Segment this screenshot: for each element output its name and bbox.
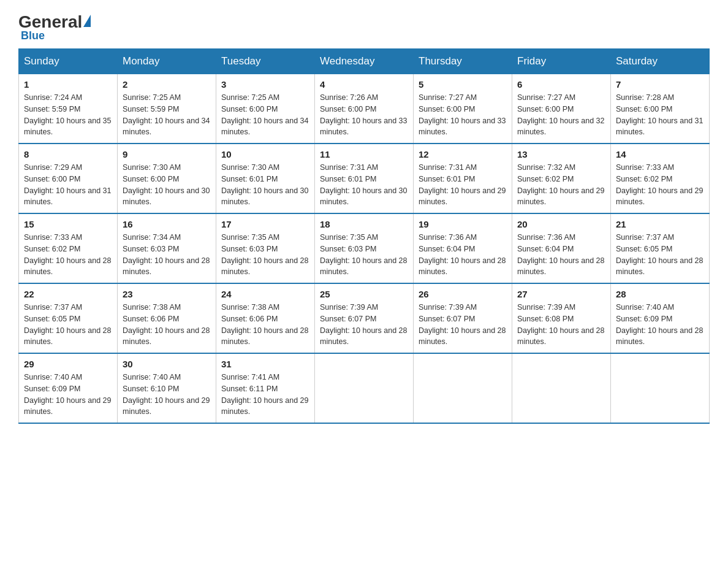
calendar-day-cell: 10Sunrise: 7:30 AMSunset: 6:01 PMDayligh… xyxy=(216,144,315,213)
day-number: 8 xyxy=(24,149,112,159)
day-number: 28 xyxy=(616,289,704,299)
day-info: Sunrise: 7:25 AMSunset: 6:00 PMDaylight:… xyxy=(221,92,309,138)
weekday-header-tuesday: Tuesday xyxy=(216,49,315,74)
day-number: 19 xyxy=(419,219,507,229)
weekday-header-row: SundayMondayTuesdayWednesdayThursdayFrid… xyxy=(19,49,710,74)
day-info: Sunrise: 7:36 AMSunset: 6:04 PMDaylight:… xyxy=(419,232,507,278)
logo-triangle-icon xyxy=(83,15,91,27)
day-number: 17 xyxy=(221,219,309,229)
calendar-day-cell: 16Sunrise: 7:34 AMSunset: 6:03 PMDayligh… xyxy=(118,213,216,283)
calendar-day-cell: 29Sunrise: 7:40 AMSunset: 6:09 PMDayligh… xyxy=(19,353,118,423)
calendar-day-cell: 5Sunrise: 7:27 AMSunset: 6:00 PMDaylight… xyxy=(414,74,512,144)
day-info: Sunrise: 7:35 AMSunset: 6:03 PMDaylight:… xyxy=(221,232,309,278)
day-info: Sunrise: 7:28 AMSunset: 6:00 PMDaylight:… xyxy=(616,92,704,138)
calendar-day-cell: 14Sunrise: 7:33 AMSunset: 6:02 PMDayligh… xyxy=(611,144,710,213)
day-number: 18 xyxy=(320,219,408,229)
day-number: 24 xyxy=(221,289,309,299)
calendar-day-cell: 23Sunrise: 7:38 AMSunset: 6:06 PMDayligh… xyxy=(118,283,216,353)
day-info: Sunrise: 7:39 AMSunset: 6:07 PMDaylight:… xyxy=(419,302,507,348)
calendar-week-row: 22Sunrise: 7:37 AMSunset: 6:05 PMDayligh… xyxy=(19,283,710,353)
calendar-day-cell: 22Sunrise: 7:37 AMSunset: 6:05 PMDayligh… xyxy=(19,283,118,353)
calendar-day-cell: 30Sunrise: 7:40 AMSunset: 6:10 PMDayligh… xyxy=(118,353,216,423)
day-info: Sunrise: 7:40 AMSunset: 6:09 PMDaylight:… xyxy=(24,372,112,418)
calendar-week-row: 1Sunrise: 7:24 AMSunset: 5:59 PMDaylight… xyxy=(19,74,710,144)
day-number: 11 xyxy=(320,149,408,159)
calendar-day-cell xyxy=(611,353,710,423)
logo: General Blue xyxy=(18,12,91,42)
calendar-day-cell: 1Sunrise: 7:24 AMSunset: 5:59 PMDaylight… xyxy=(19,74,118,144)
day-number: 16 xyxy=(123,219,211,229)
day-info: Sunrise: 7:36 AMSunset: 6:04 PMDaylight:… xyxy=(517,232,605,278)
day-info: Sunrise: 7:31 AMSunset: 6:01 PMDaylight:… xyxy=(419,162,507,208)
day-number: 25 xyxy=(320,289,408,299)
day-info: Sunrise: 7:31 AMSunset: 6:01 PMDaylight:… xyxy=(320,162,408,208)
day-info: Sunrise: 7:35 AMSunset: 6:03 PMDaylight:… xyxy=(320,232,408,278)
day-number: 4 xyxy=(320,79,408,90)
logo-blue-text: Blue xyxy=(21,29,45,42)
day-number: 13 xyxy=(517,149,605,159)
page-header: General Blue xyxy=(18,12,710,42)
day-number: 27 xyxy=(517,289,605,299)
calendar-day-cell: 7Sunrise: 7:28 AMSunset: 6:00 PMDaylight… xyxy=(611,74,710,144)
day-info: Sunrise: 7:30 AMSunset: 6:00 PMDaylight:… xyxy=(123,162,211,208)
calendar-day-cell: 21Sunrise: 7:37 AMSunset: 6:05 PMDayligh… xyxy=(611,213,710,283)
day-number: 21 xyxy=(616,219,704,229)
day-number: 7 xyxy=(616,79,704,90)
weekday-header-monday: Monday xyxy=(118,49,216,74)
day-number: 15 xyxy=(24,219,112,229)
calendar-day-cell: 8Sunrise: 7:29 AMSunset: 6:00 PMDaylight… xyxy=(19,144,118,213)
day-number: 10 xyxy=(221,149,309,159)
day-info: Sunrise: 7:29 AMSunset: 6:00 PMDaylight:… xyxy=(24,162,112,208)
day-number: 3 xyxy=(221,79,309,90)
day-number: 2 xyxy=(123,79,211,90)
calendar-day-cell xyxy=(414,353,512,423)
calendar-week-row: 15Sunrise: 7:33 AMSunset: 6:02 PMDayligh… xyxy=(19,213,710,283)
calendar-day-cell: 4Sunrise: 7:26 AMSunset: 6:00 PMDaylight… xyxy=(315,74,414,144)
weekday-header-saturday: Saturday xyxy=(611,49,710,74)
calendar-day-cell: 28Sunrise: 7:40 AMSunset: 6:09 PMDayligh… xyxy=(611,283,710,353)
day-info: Sunrise: 7:37 AMSunset: 6:05 PMDaylight:… xyxy=(24,302,112,348)
day-info: Sunrise: 7:33 AMSunset: 6:02 PMDaylight:… xyxy=(24,232,112,278)
weekday-header-thursday: Thursday xyxy=(414,49,512,74)
calendar-day-cell: 26Sunrise: 7:39 AMSunset: 6:07 PMDayligh… xyxy=(414,283,512,353)
calendar-table: SundayMondayTuesdayWednesdayThursdayFrid… xyxy=(18,48,710,424)
day-info: Sunrise: 7:41 AMSunset: 6:11 PMDaylight:… xyxy=(221,372,309,418)
day-info: Sunrise: 7:27 AMSunset: 6:00 PMDaylight:… xyxy=(517,92,605,138)
calendar-day-cell: 19Sunrise: 7:36 AMSunset: 6:04 PMDayligh… xyxy=(414,213,512,283)
day-number: 14 xyxy=(616,149,704,159)
day-info: Sunrise: 7:27 AMSunset: 6:00 PMDaylight:… xyxy=(419,92,507,138)
day-info: Sunrise: 7:38 AMSunset: 6:06 PMDaylight:… xyxy=(221,302,309,348)
day-info: Sunrise: 7:34 AMSunset: 6:03 PMDaylight:… xyxy=(123,232,211,278)
calendar-day-cell: 13Sunrise: 7:32 AMSunset: 6:02 PMDayligh… xyxy=(512,144,611,213)
calendar-day-cell: 6Sunrise: 7:27 AMSunset: 6:00 PMDaylight… xyxy=(512,74,611,144)
calendar-day-cell: 15Sunrise: 7:33 AMSunset: 6:02 PMDayligh… xyxy=(19,213,118,283)
day-info: Sunrise: 7:30 AMSunset: 6:01 PMDaylight:… xyxy=(221,162,309,208)
day-info: Sunrise: 7:40 AMSunset: 6:10 PMDaylight:… xyxy=(123,372,211,418)
calendar-week-row: 8Sunrise: 7:29 AMSunset: 6:00 PMDaylight… xyxy=(19,144,710,213)
day-number: 12 xyxy=(419,149,507,159)
day-info: Sunrise: 7:37 AMSunset: 6:05 PMDaylight:… xyxy=(616,232,704,278)
day-number: 26 xyxy=(419,289,507,299)
day-info: Sunrise: 7:26 AMSunset: 6:00 PMDaylight:… xyxy=(320,92,408,138)
calendar-day-cell: 11Sunrise: 7:31 AMSunset: 6:01 PMDayligh… xyxy=(315,144,414,213)
calendar-day-cell: 25Sunrise: 7:39 AMSunset: 6:07 PMDayligh… xyxy=(315,283,414,353)
calendar-day-cell: 9Sunrise: 7:30 AMSunset: 6:00 PMDaylight… xyxy=(118,144,216,213)
calendar-day-cell: 20Sunrise: 7:36 AMSunset: 6:04 PMDayligh… xyxy=(512,213,611,283)
calendar-week-row: 29Sunrise: 7:40 AMSunset: 6:09 PMDayligh… xyxy=(19,353,710,423)
weekday-header-sunday: Sunday xyxy=(19,49,118,74)
day-info: Sunrise: 7:38 AMSunset: 6:06 PMDaylight:… xyxy=(123,302,211,348)
day-number: 1 xyxy=(24,79,112,90)
day-info: Sunrise: 7:39 AMSunset: 6:08 PMDaylight:… xyxy=(517,302,605,348)
day-number: 29 xyxy=(24,359,112,369)
calendar-day-cell: 12Sunrise: 7:31 AMSunset: 6:01 PMDayligh… xyxy=(414,144,512,213)
day-number: 31 xyxy=(221,359,309,369)
calendar-day-cell: 18Sunrise: 7:35 AMSunset: 6:03 PMDayligh… xyxy=(315,213,414,283)
day-number: 5 xyxy=(419,79,507,90)
day-info: Sunrise: 7:40 AMSunset: 6:09 PMDaylight:… xyxy=(616,302,704,348)
day-info: Sunrise: 7:33 AMSunset: 6:02 PMDaylight:… xyxy=(616,162,704,208)
calendar-day-cell: 24Sunrise: 7:38 AMSunset: 6:06 PMDayligh… xyxy=(216,283,315,353)
calendar-day-cell: 27Sunrise: 7:39 AMSunset: 6:08 PMDayligh… xyxy=(512,283,611,353)
day-number: 9 xyxy=(123,149,211,159)
day-info: Sunrise: 7:39 AMSunset: 6:07 PMDaylight:… xyxy=(320,302,408,348)
weekday-header-friday: Friday xyxy=(512,49,611,74)
